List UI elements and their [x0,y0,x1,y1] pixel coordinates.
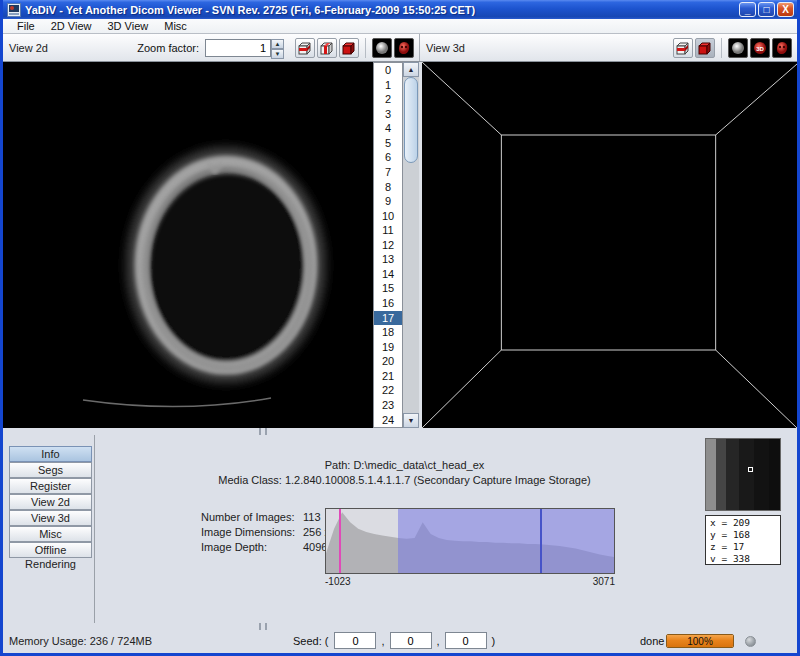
probe-coordinate-line: v = 338 [710,553,780,565]
axial-slice-cube-button[interactable] [295,38,315,58]
status-indicator-icon [745,636,756,647]
view2d-canvas[interactable] [3,62,373,428]
close-button[interactable]: X [777,2,794,17]
slice-list-item[interactable]: 20 [374,354,402,369]
zoom-factor-input[interactable] [205,39,271,57]
slice-list-item[interactable]: 1 [374,78,402,93]
tab-register[interactable]: Register [9,478,92,494]
solid-cube-button-3d[interactable] [695,38,715,58]
slice-list-item[interactable]: 17 [374,311,402,326]
cube-axial-slice-icon [297,40,313,56]
sagittal-slice-cube-button[interactable] [317,38,337,58]
minimize-button[interactable]: _ [739,2,756,17]
slice-list-item[interactable]: 24 [374,413,402,428]
volume-red-button-3d[interactable] [772,38,792,58]
menu-2d-view[interactable]: 2D View [43,20,100,32]
slice-list-item[interactable]: 10 [374,209,402,224]
slice-list-item[interactable]: 9 [374,194,402,209]
tab-segs[interactable]: Segs [9,462,92,478]
slice-list-item[interactable]: 7 [374,165,402,180]
toolbar-3d-section: View 3d [419,34,797,61]
tab-offline-rendering[interactable]: Offline Rendering [9,542,92,558]
volume-red-icon [396,40,412,56]
scrollbar-down-icon[interactable]: ▼ [403,413,419,428]
slice-list-item[interactable]: 4 [374,121,402,136]
seed-close-paren: ) [492,635,496,647]
scrollbar-up-icon[interactable]: ▲ [403,62,419,77]
horizontal-split-divider[interactable] [3,428,797,435]
slice-list-item[interactable]: 11 [374,223,402,238]
tab-view-3d[interactable]: View 3d [9,510,92,526]
volume-3d-button[interactable]: 3D [750,38,770,58]
scrollbar-track[interactable] [403,163,419,413]
spinner-down-icon[interactable]: ▼ [271,49,284,59]
side-tabs: Info Segs Register View 2d View 3d Misc … [3,435,95,623]
divider-grip-icon[interactable] [259,623,267,630]
slice-list-item[interactable]: 22 [374,383,402,398]
menu-file[interactable]: File [9,20,43,32]
histogram-plot[interactable] [325,508,615,574]
seed-label: Seed: ( [293,635,328,647]
volume-red-button[interactable] [394,38,414,58]
slice-list-scrollbar: ▲ ▼ [403,62,419,428]
seed-z-input[interactable] [445,632,487,649]
slice-list-item[interactable]: 5 [374,136,402,151]
histogram-pink-marker[interactable] [339,509,341,573]
toolbar-separator [721,38,722,58]
slice-list-item[interactable]: 23 [374,398,402,413]
field-label: Number of Images: [201,511,303,526]
solid-cube-button[interactable] [339,38,359,58]
volume-white-button[interactable] [372,38,392,58]
slice-list-item[interactable]: 15 [374,281,402,296]
memory-usage: Memory Usage: 236 / 724MB [9,635,152,647]
seed-y-input[interactable] [390,632,432,649]
info-panel: Info Segs Register View 2d View 3d Misc … [3,435,797,623]
dataset-info: Path: D:\medic_data\ct_head_ex Media Cla… [96,435,713,623]
tab-misc[interactable]: Misc [9,526,92,542]
histogram-blue-marker[interactable] [540,509,542,573]
slice-list-item[interactable]: 14 [374,267,402,282]
slice-view-buttons [294,38,360,58]
view2d-panel-label: View 2d [9,42,48,54]
histogram-selection[interactable] [398,509,614,573]
field-label: Image Dimensions: [201,526,303,541]
tab-view-2d[interactable]: View 2d [9,494,92,510]
memory-usage-label: Memory Usage: [9,635,87,647]
toolbar-separator [365,38,366,58]
view3d-canvas[interactable] [422,62,797,428]
field-value: 113 [303,511,321,526]
app-icon [7,3,21,17]
histogram: -1023 3071 [325,508,615,587]
volume-white-button-3d[interactable] [728,38,748,58]
menu-bar: File 2D View 3D View Misc [3,19,797,34]
seed-x-input[interactable] [334,632,376,649]
dataset-path: Path: D:\medic_data\ct_head_ex [96,459,713,471]
slice-list-item[interactable]: 12 [374,238,402,253]
scrollbar-thumb[interactable] [404,77,418,163]
pixel-probe-view[interactable] [705,438,781,511]
slice-list-item[interactable]: 18 [374,325,402,340]
slice-list-item[interactable]: 19 [374,340,402,355]
divider-grip-icon[interactable] [259,428,267,435]
tab-info[interactable]: Info [9,446,92,462]
menu-3d-view[interactable]: 3D View [100,20,157,32]
slice-list-item[interactable]: 16 [374,296,402,311]
slice-list-item[interactable]: 2 [374,92,402,107]
menu-misc[interactable]: Misc [156,20,195,32]
maximize-button[interactable]: □ [758,2,775,17]
slice-list-item[interactable]: 0 [374,63,402,78]
status-split-divider[interactable] [3,623,797,630]
probe-coordinate-line: z = 17 [710,541,780,553]
status-bar: Memory Usage: 236 / 724MB Seed: ( , , ) … [3,630,797,653]
slice-list-item[interactable]: 3 [374,107,402,122]
slice-list-item[interactable]: 21 [374,369,402,384]
title-bar[interactable]: YaDiV - Yet Another Dicom Viewer - SVN R… [3,0,797,19]
slice-list-item[interactable]: 13 [374,252,402,267]
slice-list-item[interactable]: 6 [374,150,402,165]
spinner-up-icon[interactable]: ▲ [271,39,284,49]
probe-coordinate-line: y = 168 [710,529,780,541]
axial-slice-cube-button-3d[interactable] [673,38,693,58]
toolbar-2d-section: View 2d Zoom factor: ▲ ▼ [3,34,419,61]
cube-solid-icon [697,40,713,56]
slice-list-item[interactable]: 8 [374,180,402,195]
